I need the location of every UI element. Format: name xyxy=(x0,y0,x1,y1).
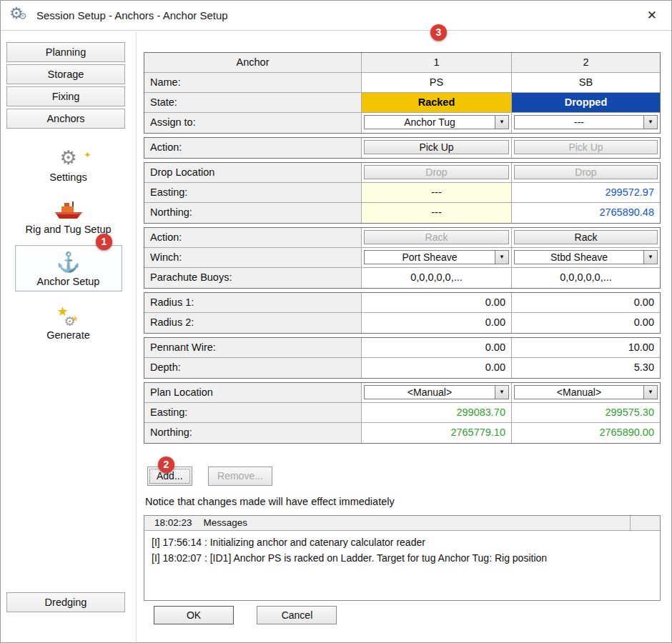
sidebar-item-anchor-setup[interactable]: ⚓ Anchor Setup xyxy=(15,245,122,291)
dropdown-value: --- xyxy=(515,116,643,129)
titlebar: ⚙ ⚙ Session Setup - Anchors - Anchor Set… xyxy=(1,1,671,31)
table-row-plan-northing: Northing: 2765779.10 2765890.00 xyxy=(144,423,660,443)
parachute-buoys-anchor2[interactable]: 0,0,0,0,0,... xyxy=(512,268,660,288)
winch-dropdown-anchor2[interactable]: Stbd Sheave ▼ xyxy=(514,250,658,264)
row-label-northing: Northing: xyxy=(144,203,362,223)
dropdown-value: Stbd Sheave xyxy=(515,251,643,264)
plan-easting-anchor2[interactable]: 299575.30 xyxy=(512,403,660,422)
table-section-pennant: Pennant Wire: 0.00 10.00 Depth: 0.00 5.3… xyxy=(144,337,661,379)
drop-cell-anchor1: Drop xyxy=(362,163,512,182)
messages-header-spacer xyxy=(247,516,630,530)
sidebar-tab-fixing[interactable]: Fixing xyxy=(6,86,125,106)
radius2-anchor1[interactable]: 0.00 xyxy=(362,313,512,333)
row-label-radius-2: Radius 2: xyxy=(144,313,362,333)
gear-icon: ⚙ xyxy=(19,11,27,21)
sidebar-item-label: Anchor Setup xyxy=(16,276,122,287)
table-row-plan-location: Plan Location <Manual> ▼ <Manual> ▼ xyxy=(144,383,660,403)
sidebar: Planning Storage Fixing Anchors ⚙ ✦ Sett… xyxy=(1,31,137,642)
table-row-drop-easting: Easting: --- 299572.97 xyxy=(144,183,660,203)
add-remove-row: Add... Remove... xyxy=(147,467,671,486)
row-label-assign-to: Assign to: xyxy=(144,113,362,133)
table-row-assign-to: Assign to: Anchor Tug ▼ --- ▼ xyxy=(144,113,660,133)
winch-dropdown-anchor1[interactable]: Port Sheave ▼ xyxy=(364,250,509,264)
anchor-table: Anchor 1 2 Name: PS SB State: Racked Dro… xyxy=(144,52,661,444)
pick-up-button-anchor1[interactable]: Pick Up xyxy=(364,140,509,154)
state-badge-dropped: Dropped xyxy=(512,93,660,112)
column-header-anchor: Anchor xyxy=(144,53,362,72)
row-label-action: Action: xyxy=(144,138,362,158)
gear-glyph: ⚙ xyxy=(64,310,76,333)
log-line: [I] 18:02:07 : [ID1] Anchor PS is racked… xyxy=(152,550,653,566)
table-section-plan-location: Plan Location <Manual> ▼ <Manual> ▼ xyxy=(144,382,661,444)
row-label-plan-location: Plan Location xyxy=(144,383,362,402)
drop-northing-anchor1: --- xyxy=(362,203,512,223)
sidebar-tab-dredging[interactable]: Dredging xyxy=(6,592,125,612)
parachute-buoys-anchor1[interactable]: 0,0,0,0,0,... xyxy=(362,268,512,288)
rack-button-anchor2[interactable]: Rack xyxy=(514,230,658,244)
pennant-wire-anchor2[interactable]: 10.00 xyxy=(512,338,660,357)
plan-northing-anchor1[interactable]: 2765779.10 xyxy=(362,423,512,443)
annotation-badge-2: 2 xyxy=(158,457,174,473)
cancel-button[interactable]: Cancel xyxy=(257,606,337,624)
plan-cell-anchor2: <Manual> ▼ xyxy=(512,383,660,402)
chevron-down-icon[interactable]: ▼ xyxy=(643,386,657,399)
chevron-down-icon[interactable]: ▼ xyxy=(643,251,657,264)
ok-button[interactable]: OK xyxy=(154,606,234,624)
table-row-state: State: Racked Dropped xyxy=(144,93,660,113)
chevron-down-icon[interactable]: ▼ xyxy=(495,251,508,264)
chevron-down-icon[interactable]: ▼ xyxy=(495,386,508,399)
sidebar-tab-planning[interactable]: Planning xyxy=(6,42,125,62)
table-section-rack: Action: Rack Rack Winch: Port Sheave ▼ xyxy=(144,227,661,289)
assign-to-dropdown-anchor2[interactable]: --- ▼ xyxy=(514,115,658,129)
name-cell-anchor1[interactable]: PS xyxy=(362,73,512,92)
radius2-anchor2[interactable]: 0.00 xyxy=(512,313,660,333)
drop-northing-anchor2[interactable]: 2765890.48 xyxy=(512,203,660,223)
depth-anchor1[interactable]: 0.00 xyxy=(362,358,512,378)
drop-easting-anchor1: --- xyxy=(362,183,512,202)
table-row-action-pickup: Action: Pick Up Pick Up xyxy=(144,138,660,158)
window-title: Session Setup - Anchors - Anchor Setup xyxy=(36,9,228,21)
plan-location-dropdown-anchor1[interactable]: <Manual> ▼ xyxy=(364,385,509,399)
drop-easting-anchor2[interactable]: 299572.97 xyxy=(512,183,660,202)
plan-easting-anchor1[interactable]: 299083.70 xyxy=(362,403,512,422)
assign-to-dropdown-anchor1[interactable]: Anchor Tug ▼ xyxy=(364,115,509,129)
gear-icon: ⚙ ✦ xyxy=(16,146,122,169)
dropdown-value: <Manual> xyxy=(365,386,495,399)
plan-northing-anchor2[interactable]: 2765890.00 xyxy=(512,423,660,443)
name-cell-anchor2[interactable]: SB xyxy=(512,73,660,92)
notice-text: Notice that changes made will have effec… xyxy=(145,496,671,507)
row-label-easting: Easting: xyxy=(144,403,362,422)
gear-glyph: ⚙ xyxy=(59,147,76,169)
assign-cell-anchor2: --- ▼ xyxy=(512,113,660,133)
pennant-wire-anchor1[interactable]: 0.00 xyxy=(362,338,512,357)
radius1-anchor2[interactable]: 0.00 xyxy=(512,293,660,312)
table-row-winch: Winch: Port Sheave ▼ Stbd Sheave ▼ xyxy=(144,248,660,268)
drop-cell-anchor2: Drop xyxy=(512,163,660,182)
messages-header-end-cell xyxy=(630,516,660,530)
sidebar-tab-anchors[interactable]: Anchors xyxy=(6,109,125,129)
table-row-radius-1: Radius 1: 0.00 0.00 xyxy=(144,293,660,313)
drop-button-anchor1: Drop xyxy=(364,165,509,179)
row-label-depth: Depth: xyxy=(144,358,362,378)
sidebar-tab-storage[interactable]: Storage xyxy=(6,64,125,84)
messages-panel: 18:02:23 Messages [I] 17:56:14 : Initial… xyxy=(144,515,661,601)
depth-anchor2[interactable]: 5.30 xyxy=(512,358,660,378)
sidebar-item-settings[interactable]: ⚙ ✦ Settings xyxy=(15,141,122,187)
row-label-pennant-wire: Pennant Wire: xyxy=(144,338,362,357)
dropdown-value: <Manual> xyxy=(515,386,643,399)
chevron-down-icon[interactable]: ▼ xyxy=(643,116,657,129)
chevron-down-icon[interactable]: ▼ xyxy=(495,116,508,129)
close-icon[interactable]: ✕ xyxy=(641,6,663,24)
row-label-winch: Winch: xyxy=(144,248,362,267)
messages-log: [I] 17:56:14 : Initializing anchor and c… xyxy=(144,531,660,569)
footer-button-row: OK Cancel xyxy=(144,606,671,624)
plan-location-dropdown-anchor2[interactable]: <Manual> ▼ xyxy=(514,385,658,399)
pick-up-button-anchor2: Pick Up xyxy=(514,140,658,154)
table-row-drop-northing: Northing: --- 2765890.48 xyxy=(144,203,660,223)
sidebar-item-generate[interactable]: ★ ★ ⚙ Generate xyxy=(15,297,122,345)
radius1-anchor1[interactable]: 0.00 xyxy=(362,293,512,312)
drop-button-anchor2: Drop xyxy=(514,165,658,179)
sidebar-item-rig-and-tug-setup[interactable]: Rig and Tug Setup xyxy=(15,193,122,239)
app-gears-icon: ⚙ ⚙ xyxy=(9,6,31,25)
sidebar-nav: ⚙ ✦ Settings Rig and Tug Setup xyxy=(1,135,136,345)
